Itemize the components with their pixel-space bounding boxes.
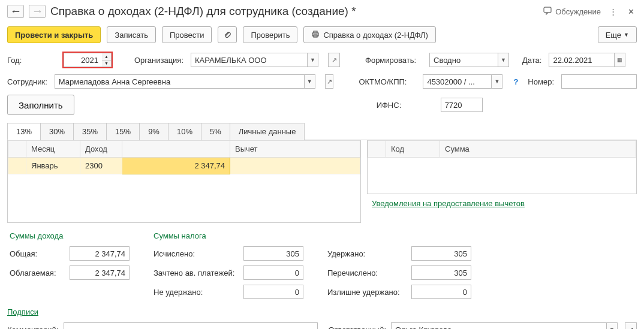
responsible-label: Ответственный: <box>329 325 386 330</box>
tab-5[interactable]: 5% <box>201 123 230 140</box>
printer-icon <box>311 30 320 40</box>
tab-15[interactable]: 15% <box>106 123 140 140</box>
tab-personal[interactable]: Личные данные <box>230 123 305 140</box>
page-title: Справка о доходах (2-НДФЛ) для сотрудник… <box>50 5 538 18</box>
date-picker[interactable]: ▦ <box>615 53 625 67</box>
oktmo-input[interactable] <box>423 74 492 89</box>
org-dropdown[interactable]: ▼ <box>308 53 318 67</box>
print-cert-button[interactable]: Справка о доходах (2-НДФЛ) <box>303 26 435 43</box>
trans-input[interactable] <box>411 265 471 280</box>
calendar-icon: ▦ <box>617 57 622 63</box>
forward-button[interactable]: 🡒 <box>29 5 46 18</box>
form-mode-label: Формировать: <box>365 56 422 65</box>
cell-amount[interactable]: 2 347,74 <box>122 158 230 174</box>
deduction-notifications-link[interactable]: Уведомления на предоставление вычетов <box>372 199 525 208</box>
more-button[interactable]: Еще ▼ <box>598 26 637 43</box>
deductions-grid[interactable]: Код Сумма <box>368 140 636 158</box>
fill-button[interactable]: Заполнить <box>7 95 74 115</box>
col-deduction: Вычет <box>230 141 360 158</box>
tab-35[interactable]: 35% <box>73 123 107 140</box>
tax-totals-title: Суммы налога <box>154 231 303 240</box>
comment-label: Комментарий: <box>7 325 59 330</box>
col-blank <box>8 141 26 158</box>
post-and-close-button[interactable]: Провести и закрыть <box>7 26 101 43</box>
held-label: Удержано: <box>327 249 405 258</box>
calc-label: Исчислено: <box>154 249 237 258</box>
number-label: Номер: <box>528 77 554 86</box>
rate-tabs: 13% 30% 35% 15% 9% 10% 5% Личные данные <box>7 122 637 140</box>
org-label: Организация: <box>134 56 183 65</box>
kebab-menu[interactable]: ⋮ <box>607 6 619 17</box>
over-label: Излишне удержано: <box>327 288 405 297</box>
tab-9[interactable]: 9% <box>139 123 168 140</box>
calc-input[interactable] <box>243 246 303 261</box>
oktmo-dropdown[interactable]: ▼ <box>492 74 502 89</box>
ifns-input[interactable] <box>441 98 483 112</box>
emp-open[interactable]: ↗ <box>325 74 334 89</box>
col-month: Месяц <box>26 141 80 158</box>
col-income-amount <box>122 141 230 158</box>
back-button[interactable]: 🡐 <box>7 5 24 18</box>
over-input[interactable] <box>411 285 471 299</box>
save-button[interactable]: Записать <box>107 26 156 43</box>
chevron-down-icon: ▼ <box>624 32 629 38</box>
adv-label: Зачтено ав. платежей: <box>154 268 237 277</box>
responsible-dropdown[interactable]: ▼ <box>607 322 618 329</box>
emp-dropdown[interactable]: ▼ <box>305 74 315 89</box>
col-ded-code: Код <box>386 141 440 158</box>
svg-rect-0 <box>544 7 551 13</box>
emp-label: Сотрудник: <box>7 77 47 86</box>
col-ded-sum: Сумма <box>440 141 636 158</box>
ifns-label: ИФНС: <box>377 101 434 110</box>
year-field-highlight: ▲ ▼ <box>62 52 113 68</box>
notheld-input[interactable] <box>243 285 303 299</box>
discuss-button[interactable]: Обсуждение <box>543 7 601 17</box>
date-input[interactable] <box>549 53 615 67</box>
income-grid-body[interactable] <box>8 174 360 222</box>
year-spin-up[interactable]: ▲ <box>102 53 111 61</box>
total-label: Общая: <box>10 249 64 258</box>
signatures-link[interactable]: Подписи <box>7 307 38 316</box>
held-input[interactable] <box>411 246 471 261</box>
trans-label: Перечислено: <box>327 268 405 277</box>
cell-code: 2300 <box>80 158 122 174</box>
tab-30[interactable]: 30% <box>40 123 74 140</box>
number-input[interactable] <box>561 74 637 89</box>
deductions-panel: Код Сумма Уведомления на предоставление … <box>367 140 637 223</box>
form-mode-dropdown[interactable]: ▼ <box>498 53 509 67</box>
emp-input[interactable] <box>55 74 305 89</box>
paperclip-icon <box>223 30 231 40</box>
col-income-code: Доход <box>80 141 122 158</box>
org-input[interactable] <box>191 53 308 67</box>
close-button[interactable]: ✕ <box>625 6 637 17</box>
adv-input[interactable] <box>243 265 303 280</box>
taxable-label: Облагаемая: <box>10 268 64 277</box>
oktmo-help[interactable]: ? <box>513 77 518 86</box>
attach-button[interactable] <box>218 26 237 43</box>
comment-input[interactable] <box>64 322 318 329</box>
notheld-label: Не удержано: <box>154 288 237 297</box>
oktmo-label: ОКТМО/КПП: <box>359 77 416 86</box>
income-grid[interactable]: Месяц Доход Вычет Январь 2300 2 347,74 <box>8 140 360 174</box>
responsible-open[interactable]: ↗ <box>625 322 637 329</box>
cell-deduct <box>230 158 360 174</box>
income-grid-panel: Месяц Доход Вычет Январь 2300 2 347,74 <box>7 140 361 223</box>
responsible-input[interactable] <box>391 322 607 329</box>
svg-rect-2 <box>314 31 317 33</box>
check-button[interactable]: Проверить <box>243 26 297 43</box>
post-button[interactable]: Провести <box>162 26 212 43</box>
tab-13[interactable]: 13% <box>7 123 41 140</box>
org-open[interactable]: ↗ <box>328 53 340 67</box>
total-input[interactable] <box>70 246 130 261</box>
cell-month: Январь <box>26 158 80 174</box>
income-row[interactable]: Январь 2300 2 347,74 <box>8 158 360 174</box>
taxable-input[interactable] <box>70 265 130 280</box>
year-input[interactable] <box>64 53 102 67</box>
date-label: Дата: <box>522 56 541 65</box>
income-totals-title: Суммы дохода <box>10 231 130 240</box>
year-label: Год: <box>7 56 55 65</box>
year-spin-down[interactable]: ▼ <box>102 61 111 67</box>
deductions-grid-body[interactable] <box>368 158 636 194</box>
form-mode-input[interactable] <box>429 53 498 67</box>
tab-10[interactable]: 10% <box>168 123 201 140</box>
